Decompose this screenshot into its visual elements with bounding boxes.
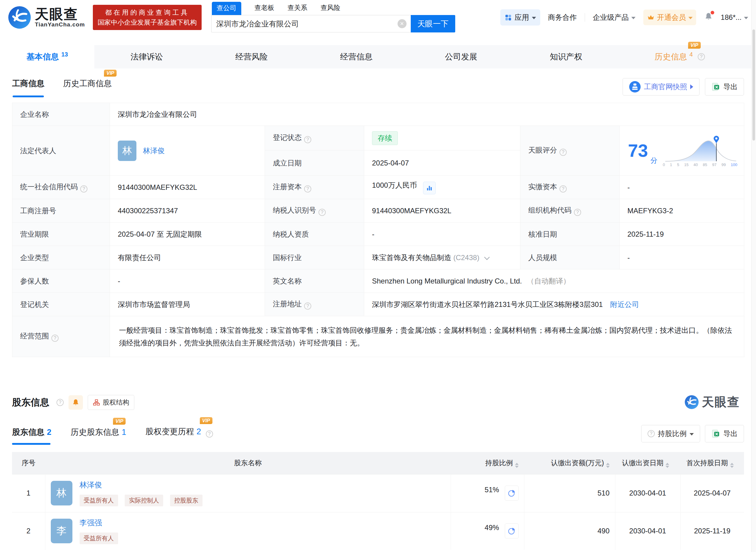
tab-legal[interactable]: 法律诉讼 (130, 51, 163, 62)
help-icon[interactable] (51, 334, 58, 342)
help-icon[interactable] (56, 399, 64, 406)
company-info-table: 企业名称 深圳市龙冶金业有限公司 法定代表人 林 林泽俊 登记状态 存续 天眼评… (12, 103, 744, 357)
tab-company-development[interactable]: 公司发展 (445, 51, 478, 62)
open-vip-button[interactable]: 开通会员 (643, 10, 696, 25)
help-icon[interactable] (206, 430, 213, 438)
sort-icon[interactable] (730, 463, 734, 468)
pie-chart-button[interactable] (505, 524, 519, 539)
header-ratio[interactable]: 持股比例 (451, 452, 524, 474)
help-icon[interactable] (574, 209, 581, 216)
sort-icon[interactable] (665, 463, 669, 468)
search-button[interactable]: 天眼一下 (411, 15, 455, 32)
table-row: 2 李 李强强 受益所有人 49% (12, 512, 744, 550)
ratio-filter-button[interactable]: 持股比例 (641, 425, 700, 442)
credit-code-label: 统一社会信用代码 (12, 176, 110, 199)
shareholder-cell: 林 林泽俊 受益所有人 实际控制人 控股股东 (45, 474, 451, 512)
clear-search-icon[interactable]: × (397, 19, 406, 28)
nav-cooperation[interactable]: 商务合作 (548, 13, 577, 22)
equity-structure-button[interactable]: 股权结构 (88, 395, 134, 410)
header-first-date[interactable]: 首次持股日期 (680, 452, 744, 474)
search-tab-risk[interactable]: 查风险 (321, 3, 341, 15)
logo-title: 天眼查 (35, 7, 85, 21)
legal-rep-link[interactable]: 林泽俊 (143, 146, 165, 156)
help-icon[interactable] (698, 53, 705, 60)
nav-cooperation-label: 商务合作 (548, 13, 577, 22)
subtab-history-shareholders[interactable]: VIP 历史股东信息1 (71, 427, 126, 445)
tab-operating-info[interactable]: 经营信息 (340, 51, 373, 62)
export-button[interactable]: 导出 (705, 78, 744, 96)
chevron-down-icon (689, 433, 694, 435)
notification-bell[interactable] (704, 12, 713, 23)
chevron-down-icon[interactable] (484, 254, 490, 260)
shareholder-tag[interactable]: 受益所有人 (80, 495, 118, 506)
scrollbar-thumb[interactable] (752, 29, 755, 141)
excel-icon (711, 82, 720, 91)
help-icon[interactable] (559, 185, 567, 192)
tianyancha-logo[interactable]: 天眼查 TianYanCha.com (8, 6, 85, 29)
subtab-business-info[interactable]: 工商信息 (12, 78, 44, 89)
header-shareholder-name: 股东名称 (45, 452, 451, 474)
subtab-shareholders[interactable]: 股东信息2 (12, 427, 51, 445)
established-label: 成立日期 (265, 150, 364, 176)
legal-rep-avatar[interactable]: 林 (118, 141, 136, 161)
row-index: 2 (12, 512, 45, 550)
search-tab-relation[interactable]: 查关系 (287, 3, 307, 15)
help-icon[interactable] (80, 185, 88, 192)
shareholder-tag[interactable]: 控股股东 (170, 495, 203, 506)
established-value: 2025-04-07 (364, 150, 520, 176)
search-tab-company[interactable]: 查公司 (212, 2, 241, 15)
help-icon[interactable] (319, 209, 326, 216)
account-menu[interactable]: 186*... (721, 13, 748, 22)
tab-operating-risk[interactable]: 经营风险 (235, 51, 268, 62)
shareholder-name-link[interactable]: 林泽俊 (80, 480, 102, 490)
help-icon[interactable] (304, 302, 311, 310)
header-subscribe-date[interactable]: 认缴出资日期 (615, 452, 680, 474)
search-tab-boss[interactable]: 查老板 (254, 3, 274, 15)
monitor-bell-button[interactable] (69, 395, 83, 410)
taxpayer-id-value: 91440300MAEFYKG32L (364, 199, 520, 223)
subtab-business-info-label: 工商信息 (12, 79, 44, 88)
arrow-right-icon (690, 85, 693, 89)
subtab-equity-changes[interactable]: VIP 股权变更历程2 (145, 426, 213, 445)
company-name-value: 深圳市龙冶金业有限公司 (110, 103, 744, 126)
header-index: 序号 (12, 452, 45, 474)
business-scope-value: 一般经营项目：珠宝首饰制造；珠宝首饰批发；珠宝首饰零售；珠宝首饰回收修理服务；贵… (110, 316, 744, 357)
apps-menu[interactable]: 应用 (500, 9, 540, 25)
taxpayer-quality-value: - (364, 223, 520, 246)
reg-authority-label: 登记机关 (12, 293, 110, 316)
sort-icon[interactable] (606, 463, 610, 468)
pie-chart-button[interactable] (505, 486, 519, 501)
tab-basic-info[interactable]: 基本信息 13 (0, 45, 94, 68)
export-label: 导出 (723, 429, 738, 438)
help-icon[interactable] (304, 136, 311, 143)
vip-badge: VIP (113, 418, 126, 425)
export-button[interactable]: 导出 (705, 425, 744, 442)
official-snapshot-button[interactable]: 工商官网快照 (623, 78, 700, 96)
promo-badge: 都在用的商业查询工具 国家中小企业发展子基金旗下机构 (93, 5, 202, 30)
stamp-icon (629, 81, 641, 93)
sort-icon[interactable] (515, 463, 519, 468)
shareholder-tag[interactable]: 实际控制人 (125, 495, 163, 506)
capital-chart-button[interactable] (423, 182, 436, 194)
shareholder-tag[interactable]: 受益所有人 (80, 533, 118, 544)
help-icon[interactable] (559, 149, 567, 156)
tab-history-info[interactable]: VIP 历史信息 4 (654, 51, 705, 62)
nav-enterprise-products[interactable]: 企业级产品 (593, 13, 635, 22)
help-icon[interactable] (304, 185, 311, 192)
chevron-down-icon (532, 17, 536, 19)
subtab-history-business-info[interactable]: VIP 历史工商信息 (63, 78, 112, 89)
shareholder-name-link[interactable]: 李强强 (80, 518, 102, 528)
bell-curve-chart (663, 134, 739, 162)
vip-badge: VIP (200, 417, 213, 424)
header-amount[interactable]: 认缴出资额(万元) (524, 452, 615, 474)
score-cell: 73 分 01 515 4085 9799 (620, 126, 744, 176)
page-scrollbar[interactable] (751, 0, 756, 552)
tab-intellectual-property[interactable]: 知识产权 (550, 51, 582, 62)
reg-number-label: 工商注册号 (12, 199, 110, 223)
search-input[interactable] (211, 15, 411, 32)
shareholder-avatar[interactable]: 林 (51, 481, 73, 506)
nearby-companies-link[interactable]: 附近公司 (610, 300, 639, 308)
subtab-equity-changes-count: 2 (197, 427, 201, 436)
shareholder-avatar[interactable]: 李 (51, 519, 73, 543)
active-tab-underline (12, 443, 50, 445)
